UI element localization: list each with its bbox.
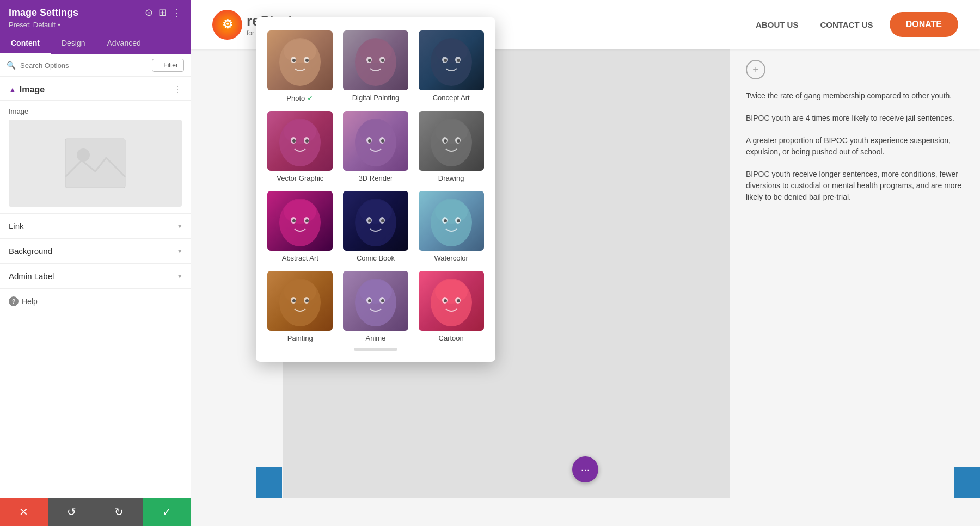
- preset-selector[interactable]: Preset: Default: [9, 21, 182, 29]
- image-section-title: ▲ Image: [9, 85, 45, 95]
- redo-button[interactable]: ↻: [95, 498, 143, 526]
- svg-point-57: [284, 280, 316, 304]
- background-label: Background: [9, 246, 52, 256]
- image-placeholder-area: Image: [0, 101, 191, 214]
- image-placeholder[interactable]: [9, 120, 182, 207]
- svg-point-31: [381, 139, 384, 143]
- image-section-arrow: ▲: [9, 85, 16, 94]
- style-label-cartoon: Cartoon: [439, 334, 464, 342]
- stat-1: BIPOC youth are 4 times more likely to r…: [746, 113, 964, 124]
- svg-point-6: [292, 59, 296, 62]
- style-label-photo: Photo ✓: [286, 94, 314, 102]
- svg-point-9: [359, 39, 392, 63]
- svg-point-63: [359, 280, 392, 304]
- svg-point-13: [381, 59, 384, 62]
- search-input[interactable]: [20, 61, 148, 70]
- image-sublabel: Image: [9, 107, 182, 115]
- style-label-watercolor: Watercolor: [434, 254, 468, 262]
- svg-point-7: [305, 59, 309, 62]
- style-thumb-drawing: [419, 111, 484, 171]
- style-item-vector-graphic[interactable]: Vector Graphic: [267, 111, 334, 182]
- svg-point-19: [457, 59, 460, 62]
- layout-icon[interactable]: ⊞: [158, 7, 167, 18]
- style-item-painting[interactable]: Painting: [267, 271, 334, 342]
- style-label-concept-art: Concept Art: [433, 94, 470, 102]
- style-thumb-photo: [267, 30, 333, 90]
- svg-point-61: [305, 299, 309, 302]
- floating-dots-button[interactable]: ···: [572, 456, 598, 482]
- svg-point-69: [435, 280, 468, 304]
- style-item-cartoon[interactable]: Cartoon: [418, 271, 485, 342]
- focus-icon[interactable]: ⊙: [145, 7, 153, 18]
- image-section-dots[interactable]: ⋮: [173, 84, 182, 95]
- style-item-abstract-art[interactable]: Abstract Art: [267, 191, 334, 262]
- svg-point-43: [305, 219, 309, 222]
- admin-label-section[interactable]: Admin Label ▾: [0, 264, 191, 289]
- bottom-bar: ✕ ↺ ↻ ✓: [0, 498, 191, 526]
- search-row: 🔍 + Filter: [0, 54, 191, 77]
- donate-button[interactable]: DONATE: [890, 12, 958, 37]
- right-content: + Twice the rate of gang membership comp…: [730, 49, 980, 526]
- style-thumb-3d-render: [343, 111, 408, 171]
- svg-point-24: [292, 139, 296, 143]
- blue-block-right[interactable]: [954, 467, 980, 498]
- background-section[interactable]: Background ▾: [0, 239, 191, 264]
- svg-point-30: [368, 139, 371, 143]
- style-item-3d-render[interactable]: 3D Render: [342, 111, 409, 182]
- link-arrow: ▾: [178, 222, 182, 230]
- help-row[interactable]: ? Help: [0, 289, 191, 314]
- tab-content[interactable]: Content: [0, 33, 51, 54]
- style-thumb-concept-art: [419, 30, 484, 90]
- style-item-drawing[interactable]: Drawing: [418, 111, 485, 182]
- style-label-vector-graphic: Vector Graphic: [277, 174, 323, 182]
- style-item-comic-book[interactable]: Comic Book: [342, 191, 409, 262]
- admin-label-text: Admin Label: [9, 271, 54, 281]
- help-text: Help: [22, 297, 38, 306]
- svg-point-21: [284, 120, 316, 144]
- svg-point-27: [359, 120, 392, 144]
- svg-point-1: [77, 148, 90, 162]
- style-item-concept-art[interactable]: Concept Art: [418, 30, 485, 102]
- blue-block-left[interactable]: [256, 467, 282, 498]
- svg-point-54: [444, 219, 447, 222]
- svg-point-55: [457, 219, 460, 222]
- panel-header: Image Settings ⊙ ⊞ ⋮ Preset: Default: [0, 0, 191, 33]
- style-item-photo[interactable]: Photo ✓: [267, 30, 334, 102]
- style-thumb-anime: [343, 271, 408, 331]
- style-item-watercolor[interactable]: Watercolor: [418, 191, 485, 262]
- image-section-header[interactable]: ▲ Image ⋮: [0, 77, 191, 101]
- svg-point-67: [381, 299, 384, 302]
- help-icon: ?: [9, 296, 19, 306]
- stat-2: A greater proportion of BIPOC youth expe…: [746, 135, 964, 158]
- panel-title: Image Settings: [9, 7, 78, 18]
- style-item-anime[interactable]: Anime: [342, 271, 409, 342]
- svg-point-49: [381, 219, 384, 222]
- style-thumb-abstract-art: [267, 191, 333, 251]
- tab-advanced[interactable]: Advanced: [96, 33, 151, 54]
- link-section[interactable]: Link ▾: [0, 214, 191, 239]
- nav-contact[interactable]: CONTACT US: [820, 20, 873, 29]
- link-label: Link: [9, 221, 24, 231]
- save-button[interactable]: ✓: [143, 498, 191, 526]
- style-item-digital-painting[interactable]: Digital Painting: [342, 30, 409, 102]
- tab-design[interactable]: Design: [51, 33, 96, 54]
- plus-icon[interactable]: +: [746, 60, 765, 79]
- stat-3: BIPOC youth receive longer sentences, mo…: [746, 169, 964, 203]
- filter-button[interactable]: + Filter: [152, 59, 184, 72]
- cancel-button[interactable]: ✕: [0, 498, 48, 526]
- svg-point-66: [368, 299, 371, 302]
- scroll-thumb: [354, 348, 397, 351]
- nav-about[interactable]: ABOUT US: [756, 20, 798, 29]
- svg-point-12: [368, 59, 371, 62]
- svg-point-73: [457, 299, 460, 302]
- more-icon[interactable]: ⋮: [172, 7, 182, 18]
- svg-rect-0: [65, 139, 125, 188]
- scrollbar-area: [267, 348, 485, 351]
- style-thumb-watercolor: [419, 191, 484, 251]
- svg-point-51: [435, 200, 468, 224]
- background-arrow: ▾: [178, 247, 182, 255]
- svg-point-48: [368, 219, 371, 222]
- undo-button[interactable]: ↺: [48, 498, 96, 526]
- svg-point-3: [284, 39, 316, 63]
- main-area: ⚙ reStart for a brighter ABOUT US CONTAC…: [191, 0, 980, 526]
